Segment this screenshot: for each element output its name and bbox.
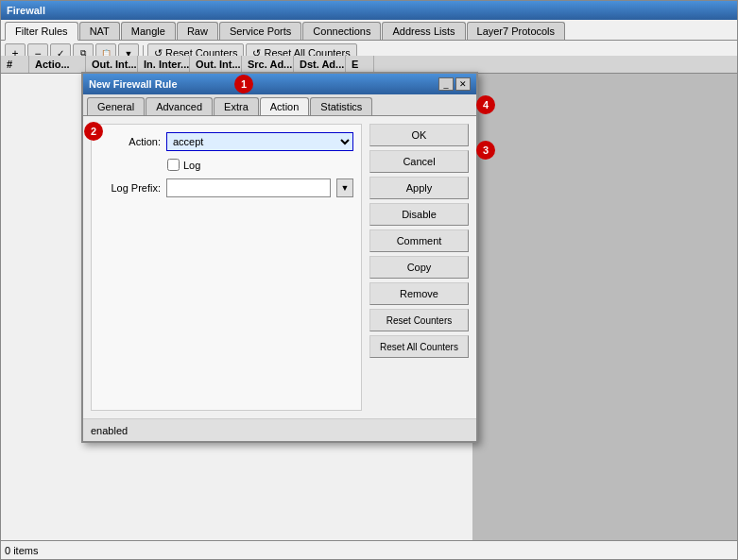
item-count: 0 items <box>5 545 38 556</box>
ok-button[interactable]: OK <box>369 124 469 146</box>
dialog-action-buttons: OK Cancel Apply Disable Comment Copy <box>369 124 469 411</box>
col-action: Actio... <box>29 56 86 73</box>
log-prefix-dropdown-button[interactable]: ▼ <box>336 178 353 197</box>
title-bar: Firewall <box>1 1 737 20</box>
dialog-title-bar: New Firewall Rule _ ✕ <box>83 74 476 94</box>
dialog-controls: _ ✕ <box>438 77 471 91</box>
log-prefix-label: Log Prefix: <box>99 182 161 194</box>
main-tabs: Filter Rules NAT Mangle Raw Service Port… <box>1 20 737 41</box>
tab-raw[interactable]: Raw <box>177 22 218 40</box>
log-prefix-input[interactable] <box>166 178 331 197</box>
col-out-int2: Out. Int... <box>190 56 242 73</box>
action-row: Action: accept drop reject passthrough l… <box>99 132 353 151</box>
log-checkbox[interactable] <box>167 159 180 171</box>
dialog-tab-extra[interactable]: Extra <box>214 97 259 115</box>
dialog-tab-advanced[interactable]: Advanced <box>146 97 213 115</box>
comment-button[interactable]: Comment <box>369 229 469 252</box>
dialog-tabs: General Advanced Extra Action Statistics <box>83 94 476 116</box>
tab-connections[interactable]: Connections <box>302 22 381 40</box>
col-in-inter: In. Inter... <box>138 56 190 73</box>
tab-mangle[interactable]: Mangle <box>121 22 176 40</box>
log-label: Log <box>183 160 200 171</box>
dialog-minimize-button[interactable]: _ <box>438 77 454 91</box>
window-title: Firewall <box>7 5 45 16</box>
col-number: # <box>1 56 29 73</box>
dialog-close-button[interactable]: ✕ <box>455 77 471 91</box>
col-src: Src. Ad... <box>242 56 294 73</box>
log-prefix-row: Log Prefix: ▼ <box>99 178 353 197</box>
log-checkbox-row: Log <box>99 159 353 171</box>
tab-service-ports[interactable]: Service Ports <box>219 22 301 40</box>
firewall-window: Firewall Filter Rules NAT Mangle Raw Ser… <box>0 0 738 560</box>
dialog-form-area: Action: accept drop reject passthrough l… <box>91 124 362 411</box>
action-select[interactable]: accept drop reject passthrough log retur… <box>166 132 353 151</box>
tab-filter-rules[interactable]: Filter Rules <box>5 22 78 41</box>
new-firewall-rule-dialog: New Firewall Rule _ ✕ General Advanced E… <box>81 72 478 443</box>
tab-nat[interactable]: NAT <box>79 22 120 40</box>
dialog-body: Action: accept drop reject passthrough l… <box>83 116 476 418</box>
dialog-title-label: New Firewall Rule <box>89 78 178 90</box>
remove-button[interactable]: Remove <box>369 282 469 305</box>
copy-button[interactable]: Copy <box>369 256 469 279</box>
reset-counters-dialog-button[interactable]: Reset Counters <box>369 309 469 331</box>
dialog-title-text: New Firewall Rule <box>89 78 178 90</box>
apply-button[interactable]: Apply <box>369 177 469 199</box>
dialog-tab-action[interactable]: Action <box>260 97 310 115</box>
col-extra: E <box>346 56 374 73</box>
tab-address-lists[interactable]: Address Lists <box>382 22 465 40</box>
tab-layer7[interactable]: Layer7 Protocols <box>467 22 566 40</box>
reset-all-counters-dialog-button[interactable]: Reset All Counters <box>369 335 469 358</box>
dialog-tab-general[interactable]: General <box>87 97 145 115</box>
dialog-tab-statistics[interactable]: Statistics <box>310 97 372 115</box>
cancel-button[interactable]: Cancel <box>369 150 469 173</box>
col-dst: Dst. Ad... <box>294 56 346 73</box>
action-label: Action: <box>99 136 161 147</box>
dialog-status: enabled <box>91 425 128 436</box>
col-out-int: Out. Int... <box>86 56 138 73</box>
dialog-footer: enabled <box>83 418 476 441</box>
disable-button[interactable]: Disable <box>369 203 469 226</box>
status-bar: 0 items <box>1 540 737 559</box>
